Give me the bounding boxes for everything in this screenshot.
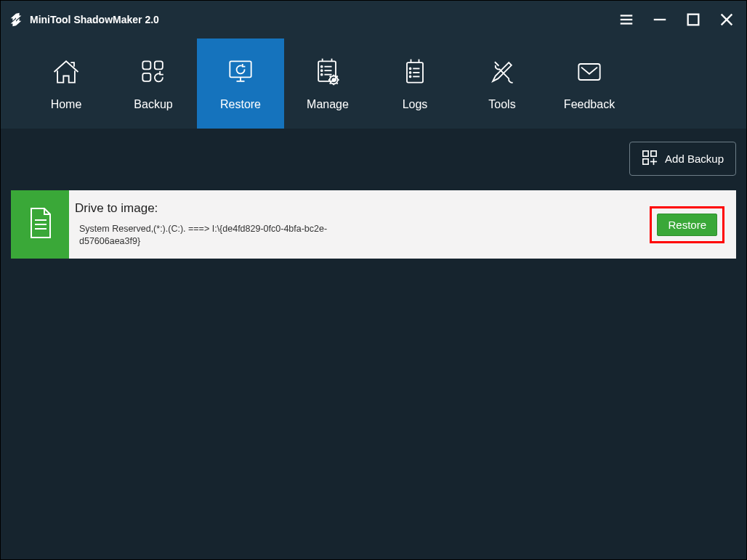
svg-rect-35 (643, 151, 648, 156)
maximize-button[interactable] (685, 12, 701, 28)
grid-plus-icon (642, 150, 658, 168)
tab-manage[interactable]: Manage (284, 38, 371, 129)
svg-rect-10 (230, 61, 251, 77)
app-title: MiniTool ShadowMaker 2.0 (30, 14, 159, 25)
tools-icon (486, 56, 518, 88)
svg-point-16 (321, 66, 323, 68)
tab-label: Home (51, 98, 82, 111)
svg-point-31 (410, 76, 411, 78)
backup-icon (137, 56, 169, 88)
document-icon (25, 206, 54, 243)
add-backup-button[interactable]: Add Backup (629, 142, 736, 176)
manage-icon (312, 56, 344, 88)
svg-rect-7 (142, 61, 150, 69)
tab-backup[interactable]: Backup (110, 38, 197, 129)
tab-restore[interactable]: Restore (197, 38, 284, 129)
svg-rect-9 (142, 73, 150, 81)
svg-point-20 (321, 74, 323, 76)
svg-rect-34 (578, 64, 599, 80)
feedback-icon (573, 56, 605, 88)
svg-point-27 (410, 68, 411, 70)
svg-rect-8 (155, 61, 163, 69)
tab-label: Tools (488, 98, 515, 111)
nav-bar: Home Backup (1, 38, 746, 129)
close-button[interactable] (719, 12, 735, 28)
tab-label: Logs (403, 98, 428, 111)
tab-label: Backup (134, 98, 172, 111)
tab-feedback[interactable]: Feedback (546, 38, 633, 129)
item-details: System Reserved,(*:).(C:). ===> I:\{de4f… (75, 223, 351, 248)
home-icon (50, 56, 82, 88)
tab-label: Manage (307, 98, 349, 111)
restore-icon (225, 56, 257, 88)
item-badge (11, 190, 69, 259)
main-content: Add Backup Drive to image: (1, 129, 746, 559)
tab-label: Restore (220, 98, 261, 111)
highlight-box: Restore (650, 206, 724, 243)
svg-rect-37 (643, 159, 648, 164)
menu-button[interactable] (618, 12, 634, 28)
tab-logs[interactable]: Logs (371, 38, 459, 129)
logs-icon (399, 56, 431, 88)
svg-point-23 (332, 78, 335, 81)
add-backup-label: Add Backup (665, 153, 724, 165)
svg-point-29 (410, 72, 411, 73)
app-logo-icon (8, 12, 24, 28)
title-bar: MiniTool ShadowMaker 2.0 (1, 1, 746, 38)
tab-home[interactable]: Home (23, 38, 110, 129)
restore-button[interactable]: Restore (657, 214, 717, 236)
item-title: Drive to image: (75, 201, 641, 216)
tab-label: Feedback (564, 98, 615, 111)
tab-tools[interactable]: Tools (459, 38, 546, 129)
svg-rect-4 (688, 15, 699, 25)
minimize-button[interactable] (652, 12, 668, 28)
backup-item: Drive to image: System Reserved,(*:).(C:… (11, 190, 736, 259)
svg-rect-36 (651, 151, 656, 156)
svg-point-18 (321, 70, 323, 71)
